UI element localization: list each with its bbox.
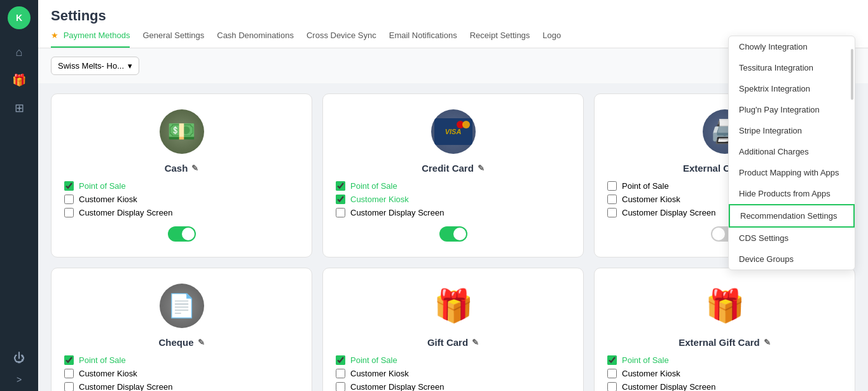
payment-card-cheque: 📄 Cheque ✎ Point of Sale Customer Kiosk bbox=[51, 268, 312, 391]
dropdown-menu: Chowly Integration Tessitura Integration… bbox=[728, 36, 855, 270]
dropdown-item-spektrix[interactable]: Spektrix Integration bbox=[729, 78, 855, 99]
visa-card-visual: VISA bbox=[434, 118, 472, 145]
cheque-kiosk-checkbox[interactable]: Customer Kiosk bbox=[64, 369, 299, 378]
chevron-down-icon: ▾ bbox=[128, 61, 132, 71]
sidebar-icon-power[interactable]: ⏻ bbox=[8, 346, 31, 369]
external-gift-edit-icon[interactable]: ✎ bbox=[764, 338, 771, 347]
dropdown-scrollbar[interactable] bbox=[851, 49, 853, 100]
cash-toggle[interactable] bbox=[168, 226, 196, 242]
dropdown-item-additional-charges[interactable]: Additional Charges bbox=[729, 141, 855, 162]
cheque-emoji-icon: 📄 bbox=[167, 292, 196, 319]
sidebar-icon-home[interactable]: ⌂ bbox=[8, 41, 31, 64]
tab-cross-device-sync[interactable]: Cross Device Sync bbox=[307, 31, 376, 48]
tab-receipt-settings[interactable]: Receipt Settings bbox=[470, 31, 530, 48]
sidebar-icon-grid[interactable]: ⊞ bbox=[8, 97, 31, 120]
external-gift-emoji-icon: 🎁 bbox=[705, 287, 745, 324]
dropdown-item-product-mapping[interactable]: Product Mapping with Apps bbox=[729, 162, 855, 183]
sidebar-expand-button[interactable]: > bbox=[17, 374, 22, 385]
dropdown-item-recommendation-settings[interactable]: Recommendation Settings bbox=[729, 204, 855, 228]
payment-card-credit: VISA Credit Card ✎ Point of Sale Custome… bbox=[322, 93, 584, 257]
external-gift-card-title: External Gift Card ✎ bbox=[679, 337, 771, 348]
payment-card-cash: 💵 Cash ✎ Point of Sale Customer Kiosk bbox=[51, 93, 312, 257]
credit-card-title: Credit Card ✎ bbox=[422, 163, 485, 174]
cheque-card-title: Cheque ✎ bbox=[158, 337, 204, 348]
cash-display-checkbox[interactable]: Customer Display Screen bbox=[64, 208, 299, 217]
credit-pos-checkbox[interactable]: Point of Sale bbox=[336, 181, 570, 191]
gift-edit-icon[interactable]: ✎ bbox=[472, 338, 479, 347]
cheque-card-icon: 📄 bbox=[160, 284, 204, 328]
sidebar: K ⌂ 🎁 ⊞ ⏻ > bbox=[0, 0, 38, 391]
dropdown-item-plugn-pay[interactable]: Plug'n Pay Integration bbox=[729, 99, 855, 120]
dropdown-item-stripe[interactable]: Stripe Integration bbox=[729, 120, 855, 141]
mc-dot-yellow bbox=[462, 121, 470, 128]
tab-general-settings[interactable]: General Settings bbox=[142, 31, 204, 48]
credit-display-checkbox[interactable]: Customer Display Screen bbox=[336, 208, 570, 217]
gift-kiosk-checkbox[interactable]: Customer Kiosk bbox=[336, 369, 570, 378]
cheque-display-checkbox[interactable]: Customer Display Screen bbox=[64, 382, 299, 391]
dropdown-item-cds-settings[interactable]: CDS Settings bbox=[729, 228, 855, 249]
credit-card-icon: VISA bbox=[431, 109, 476, 154]
external-gift-pos-checkbox[interactable]: Point of Sale bbox=[607, 355, 842, 365]
cash-pos-checkbox[interactable]: Point of Sale bbox=[64, 181, 299, 191]
page-title: Settings bbox=[51, 8, 855, 24]
main-content: Settings ★ Payment Methods General Setti… bbox=[38, 0, 868, 391]
credit-edit-icon[interactable]: ✎ bbox=[478, 163, 485, 173]
gift-pos-checkbox[interactable]: Point of Sale bbox=[336, 355, 570, 365]
cash-emoji-icon: 💵 bbox=[167, 118, 196, 145]
store-selector[interactable]: Swiss Melts- Ho... ▾ bbox=[51, 57, 139, 75]
gift-card-title: Gift Card ✎ bbox=[427, 337, 479, 348]
gift-checkbox-list: Point of Sale Customer Kiosk Customer Di… bbox=[336, 355, 570, 391]
cheque-edit-icon[interactable]: ✎ bbox=[198, 338, 205, 347]
credit-toggle[interactable] bbox=[439, 226, 467, 242]
sidebar-icon-gift[interactable]: 🎁 bbox=[8, 69, 31, 92]
cheque-pos-checkbox[interactable]: Point of Sale bbox=[64, 355, 299, 365]
gift-display-checkbox[interactable]: Customer Display Screen bbox=[336, 382, 570, 391]
gift-emoji-icon: 🎁 bbox=[434, 287, 473, 324]
external-gift-display-checkbox[interactable]: Customer Display Screen bbox=[607, 382, 842, 391]
payment-card-external-gift: 🎁 External Gift Card ✎ Point of Sale Cus… bbox=[594, 268, 855, 391]
cash-checkbox-list: Point of Sale Customer Kiosk Customer Di… bbox=[64, 181, 299, 217]
external-gift-card-icon: 🎁 bbox=[703, 284, 747, 328]
credit-checkbox-list: Point of Sale Customer Kiosk Customer Di… bbox=[336, 181, 570, 217]
external-gift-checkbox-list: Point of Sale Customer Kiosk Customer Di… bbox=[607, 355, 842, 391]
dropdown-item-hide-products[interactable]: Hide Products from Apps bbox=[729, 183, 855, 204]
dropdown-item-chowly[interactable]: Chowly Integration bbox=[729, 36, 855, 57]
avatar[interactable]: K bbox=[8, 6, 31, 29]
tab-logo[interactable]: Logo bbox=[542, 31, 561, 48]
cash-card-title: Cash ✎ bbox=[165, 163, 199, 174]
tab-payment-methods[interactable]: ★ Payment Methods bbox=[51, 31, 130, 48]
credit-kiosk-checkbox[interactable]: Customer Kiosk bbox=[336, 195, 570, 204]
tab-email-notifications[interactable]: Email Notifications bbox=[389, 31, 457, 48]
gift-card-icon: 🎁 bbox=[431, 284, 476, 328]
cash-card-icon: 💵 bbox=[160, 109, 204, 154]
external-gift-kiosk-checkbox[interactable]: Customer Kiosk bbox=[607, 369, 842, 378]
mastercard-dots bbox=[457, 121, 470, 128]
dropdown-item-device-groups[interactable]: Device Groups bbox=[729, 249, 855, 270]
visa-text: VISA bbox=[445, 128, 462, 135]
payment-card-gift: 🎁 Gift Card ✎ Point of Sale Customer Kio… bbox=[322, 268, 584, 391]
cheque-checkbox-list: Point of Sale Customer Kiosk Customer Di… bbox=[64, 355, 299, 391]
dropdown-item-tessitura[interactable]: Tessitura Integration bbox=[729, 57, 855, 78]
star-icon: ★ bbox=[51, 31, 59, 40]
cash-edit-icon[interactable]: ✎ bbox=[191, 163, 198, 173]
cash-kiosk-checkbox[interactable]: Customer Kiosk bbox=[64, 195, 299, 204]
tab-cash-denominations[interactable]: Cash Denominations bbox=[217, 31, 294, 48]
